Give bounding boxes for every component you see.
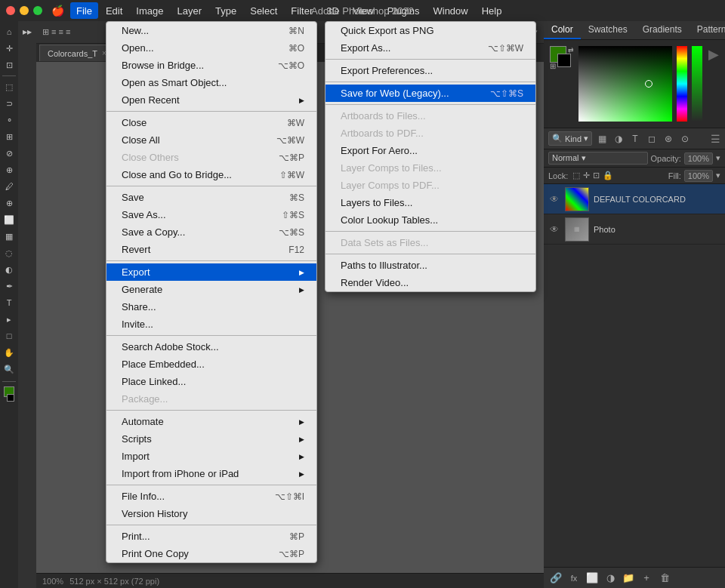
eraser-tool[interactable]: ⬜ bbox=[2, 212, 17, 227]
hue-slider[interactable] bbox=[677, 46, 687, 122]
hand-tool[interactable]: ✋ bbox=[2, 345, 17, 360]
background-color-swatch[interactable] bbox=[7, 394, 14, 402]
pen-tool[interactable]: ✒ bbox=[2, 279, 17, 294]
color-picker-gradient[interactable] bbox=[578, 46, 672, 122]
background-color[interactable] bbox=[557, 54, 571, 67]
menu-artboards-files[interactable]: Artboards to Files... bbox=[325, 107, 535, 125]
layers-panel-menu[interactable]: ☰ bbox=[711, 133, 720, 145]
menu-edit[interactable]: Edit bbox=[100, 2, 128, 19]
filter-adjust-icon[interactable]: ◑ bbox=[612, 132, 625, 146]
color-swatches-tool[interactable] bbox=[4, 386, 14, 402]
lock-position-icon[interactable]: ✛ bbox=[583, 171, 590, 180]
swap-colors-icon[interactable]: ⇄ bbox=[568, 46, 574, 54]
alpha-slider[interactable] bbox=[692, 46, 702, 122]
menu-open-smart-object[interactable]: Open as Smart Object... bbox=[106, 74, 316, 91]
clone-tool[interactable]: ⊕ bbox=[2, 195, 17, 211]
menu-quick-export-png[interactable]: Quick Export as PNG bbox=[325, 22, 535, 39]
layer-link-button[interactable]: 🔗 bbox=[548, 571, 563, 586]
menu-open-recent[interactable]: Open Recent bbox=[106, 91, 316, 109]
menu-close[interactable]: Close ⌘W bbox=[106, 114, 316, 131]
filter-options-icon[interactable]: ⊙ bbox=[678, 132, 692, 146]
minimize-window-button[interactable] bbox=[20, 6, 29, 15]
layer-item-colorcard[interactable]: 👁 DEFAULT COLORCARD bbox=[544, 184, 725, 214]
gradient-tool[interactable]: ▦ bbox=[2, 229, 17, 244]
menu-new[interactable]: New... ⌘N bbox=[106, 22, 316, 39]
brush-tool[interactable]: 🖊 bbox=[2, 179, 17, 194]
menu-generate[interactable]: Generate bbox=[106, 281, 316, 298]
lasso-tool[interactable]: ⊃ bbox=[2, 96, 17, 111]
menu-save-copy[interactable]: Save a Copy... ⌥⌘S bbox=[106, 223, 316, 241]
traffic-lights[interactable] bbox=[6, 6, 42, 15]
menu-image[interactable]: Image bbox=[130, 2, 169, 19]
tab-gradients[interactable]: Gradients bbox=[635, 21, 690, 39]
tab-swatches[interactable]: Swatches bbox=[581, 21, 635, 39]
menu-save-as[interactable]: Save As... ⇧⌘S bbox=[106, 206, 316, 223]
menu-close-others[interactable]: Close Others ⌥⌘P bbox=[106, 149, 316, 166]
type-tool[interactable]: T bbox=[2, 295, 17, 310]
menu-share[interactable]: Share... bbox=[106, 298, 316, 316]
eyedropper-tool[interactable]: ⊘ bbox=[2, 146, 17, 161]
menu-save[interactable]: Save ⌘S bbox=[106, 189, 316, 206]
healing-tool[interactable]: ⊕ bbox=[2, 162, 17, 177]
menu-layer-comps-pdf[interactable]: Layer Comps to PDF... bbox=[325, 177, 535, 194]
layer-fx-button[interactable]: fx bbox=[566, 571, 582, 586]
menu-export-aero[interactable]: Export For Aero... bbox=[325, 142, 535, 159]
home-tool[interactable]: ⌂ bbox=[2, 24, 17, 39]
shape-tool[interactable]: □ bbox=[2, 328, 17, 343]
lock-pixels-icon[interactable]: ⬚ bbox=[572, 171, 580, 180]
menu-version-history[interactable]: Version History bbox=[106, 505, 316, 522]
menu-file-info[interactable]: File Info... ⌥⇧⌘I bbox=[106, 488, 316, 505]
filter-pixel-icon[interactable]: ▦ bbox=[595, 132, 609, 146]
layer-item-photo[interactable]: 👁 ▦ Photo bbox=[544, 214, 725, 245]
lock-all-icon[interactable]: 🔒 bbox=[603, 171, 613, 180]
menu-automate[interactable]: Automate bbox=[106, 413, 316, 430]
menu-invite[interactable]: Invite... bbox=[106, 316, 316, 333]
menu-open[interactable]: Open... ⌘O bbox=[106, 39, 316, 57]
filter-shape-icon[interactable]: ◻ bbox=[645, 132, 659, 146]
menu-export[interactable]: Export bbox=[106, 263, 316, 281]
blend-mode-select[interactable]: Normal ▾ bbox=[548, 152, 648, 165]
menu-export-as[interactable]: Export As... ⌥⇧⌘W bbox=[325, 39, 535, 57]
expand-color-panel[interactable]: ▶ bbox=[708, 46, 719, 63]
opacity-value[interactable]: 100% bbox=[684, 152, 713, 165]
menu-select[interactable]: Select bbox=[244, 2, 283, 19]
menu-print-one-copy[interactable]: Print One Copy ⌥⌘P bbox=[106, 545, 316, 562]
options-expand[interactable]: ▶▶ bbox=[20, 24, 35, 39]
fill-value[interactable]: 100% bbox=[684, 170, 713, 182]
menu-artboards-pdf[interactable]: Artboards to PDF... bbox=[325, 125, 535, 142]
document-tab[interactable]: Colorcards_T × bbox=[39, 45, 115, 61]
marquee-tool[interactable]: ⬚ bbox=[2, 79, 17, 94]
menu-color-lookup-tables[interactable]: Color Lookup Tables... bbox=[325, 211, 535, 229]
color-picker-handle[interactable] bbox=[645, 80, 652, 88]
menu-scripts[interactable]: Scripts bbox=[106, 430, 316, 448]
menu-layers-to-files[interactable]: Layers to Files... bbox=[325, 194, 535, 211]
path-selection-tool[interactable]: ▸ bbox=[2, 312, 17, 327]
layer-group-button[interactable]: 📁 bbox=[621, 571, 636, 586]
layer-mask-button[interactable]: ⬜ bbox=[585, 571, 600, 586]
menu-place-linked[interactable]: Place Linked... bbox=[106, 373, 316, 390]
menu-layer[interactable]: Layer bbox=[171, 2, 208, 19]
reset-colors-icon[interactable]: ⊞ bbox=[550, 62, 556, 70]
blur-tool[interactable]: ◌ bbox=[2, 245, 17, 260]
filter-smart-icon[interactable]: ⊛ bbox=[662, 132, 675, 146]
tab-patterns[interactable]: Patterns bbox=[690, 21, 725, 39]
menu-save-for-web[interactable]: Save for Web (Legacy)... ⌥⇧⌘S bbox=[325, 85, 535, 102]
menu-package[interactable]: Package... bbox=[106, 390, 316, 408]
fg-bg-swatches[interactable]: ⊞ ⇄ bbox=[550, 46, 574, 70]
menu-import-iphone[interactable]: Import from iPhone or iPad bbox=[106, 465, 316, 482]
menu-window[interactable]: Window bbox=[427, 2, 474, 19]
filter-type-icon[interactable]: T bbox=[628, 132, 642, 146]
artboard-tool[interactable]: ⊡ bbox=[2, 57, 17, 72]
layer-visibility-toggle[interactable]: 👁 bbox=[548, 193, 560, 205]
menu-help[interactable]: Help bbox=[476, 2, 508, 19]
dodge-tool[interactable]: ◐ bbox=[2, 262, 17, 277]
crop-tool[interactable]: ⊞ bbox=[2, 129, 17, 144]
move-tool[interactable]: ✛ bbox=[2, 41, 17, 56]
close-window-button[interactable] bbox=[6, 6, 15, 15]
menu-place-embedded[interactable]: Place Embedded... bbox=[106, 356, 316, 373]
menu-type[interactable]: Type bbox=[209, 2, 242, 19]
layer-new-button[interactable]: + bbox=[639, 571, 654, 586]
menu-close-bridge[interactable]: Close and Go to Bridge... ⇧⌘W bbox=[106, 166, 316, 183]
layer-visibility-toggle-photo[interactable]: 👁 bbox=[548, 223, 560, 236]
menu-layer-comps-files[interactable]: Layer Comps to Files... bbox=[325, 159, 535, 177]
